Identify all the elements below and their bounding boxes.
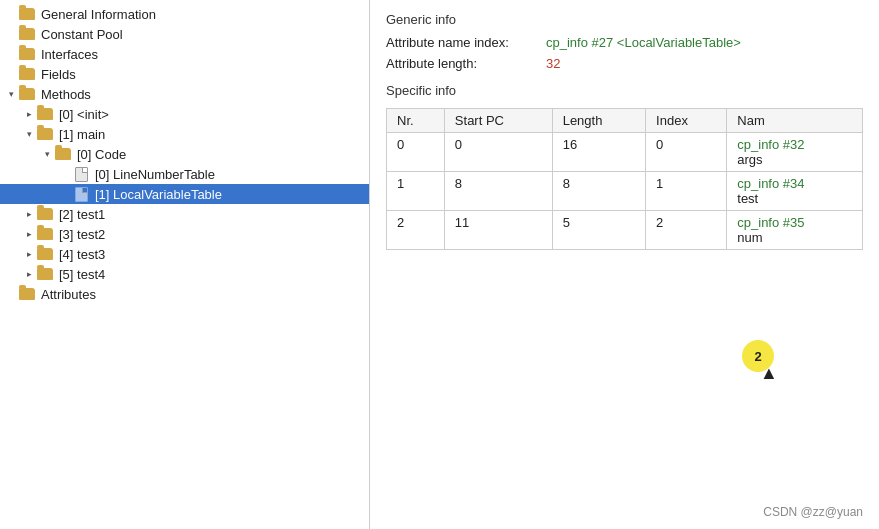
name-text-1: test bbox=[737, 191, 758, 206]
tree-label-methods: Methods bbox=[41, 87, 91, 102]
table-header-index: Index bbox=[646, 109, 727, 133]
folder-icon-test4 bbox=[37, 266, 53, 282]
expand-arrow-init[interactable]: ▸ bbox=[22, 107, 36, 121]
tree-item-test4[interactable]: ▸[5] test4 bbox=[0, 264, 369, 284]
folder-icon-test2 bbox=[37, 226, 53, 242]
right-panel: Generic info Attribute name index: cp_in… bbox=[370, 0, 879, 529]
tree-label-fields: Fields bbox=[41, 67, 76, 82]
tree-label-localvariabletable: [1] LocalVariableTable bbox=[95, 187, 222, 202]
tree-label-test1: [2] test1 bbox=[59, 207, 105, 222]
folder-icon-constant-pool bbox=[19, 26, 35, 42]
tree-item-init[interactable]: ▸[0] <init> bbox=[0, 104, 369, 124]
expand-arrow-interfaces[interactable] bbox=[4, 47, 18, 61]
cell-index-1: 1 bbox=[646, 172, 727, 211]
tree-item-methods[interactable]: ▾Methods bbox=[0, 84, 369, 104]
tree-item-main[interactable]: ▾[1] main bbox=[0, 124, 369, 144]
name-link-1[interactable]: cp_info #34 bbox=[737, 176, 804, 191]
specific-info-table: Nr.Start PCLengthIndexNam 00160cp_info #… bbox=[386, 108, 863, 250]
tree-label-main: [1] main bbox=[59, 127, 105, 142]
expand-arrow-linenumbertable[interactable] bbox=[58, 167, 72, 181]
table-row-1: 1881cp_info #34test bbox=[387, 172, 863, 211]
expand-arrow-fields[interactable] bbox=[4, 67, 18, 81]
folder-icon-interfaces bbox=[19, 46, 35, 62]
attr-length-value: 32 bbox=[546, 56, 560, 71]
cell-length-0: 16 bbox=[552, 133, 645, 172]
tree-label-code: [0] Code bbox=[77, 147, 126, 162]
tree-label-test4: [5] test4 bbox=[59, 267, 105, 282]
cell-startPC-0: 0 bbox=[444, 133, 552, 172]
expand-arrow-general-info[interactable] bbox=[4, 7, 18, 21]
name-link-2[interactable]: cp_info #35 bbox=[737, 215, 804, 230]
tree-item-test2[interactable]: ▸[3] test2 bbox=[0, 224, 369, 244]
tree-label-constant-pool: Constant Pool bbox=[41, 27, 123, 42]
cell-name-2: cp_info #35num bbox=[727, 211, 863, 250]
table-header-length: Length bbox=[552, 109, 645, 133]
table-header-nam: Nam bbox=[727, 109, 863, 133]
tree-item-attributes[interactable]: Attributes bbox=[0, 284, 369, 304]
attr-length-label: Attribute length: bbox=[386, 56, 546, 71]
expand-arrow-main[interactable]: ▾ bbox=[22, 127, 36, 141]
table-row-0: 00160cp_info #32args bbox=[387, 133, 863, 172]
tree-item-test1[interactable]: ▸[2] test1 bbox=[0, 204, 369, 224]
cell-startPC-2: 11 bbox=[444, 211, 552, 250]
tree-item-general-info[interactable]: General Information bbox=[0, 4, 369, 24]
cursor-arrow: ▲ bbox=[760, 363, 778, 384]
expand-arrow-methods[interactable]: ▾ bbox=[4, 87, 18, 101]
attr-name-row: Attribute name index: cp_info #27 <Local… bbox=[386, 35, 863, 50]
tree-label-general-info: General Information bbox=[41, 7, 156, 22]
expand-arrow-constant-pool[interactable] bbox=[4, 27, 18, 41]
cell-nr-2: 2 bbox=[387, 211, 445, 250]
folder-icon-main bbox=[37, 126, 53, 142]
tree-label-test3: [4] test3 bbox=[59, 247, 105, 262]
tree-item-linenumbertable[interactable]: [0] LineNumberTable bbox=[0, 164, 369, 184]
expand-arrow-test1[interactable]: ▸ bbox=[22, 207, 36, 221]
tree-item-fields[interactable]: Fields bbox=[0, 64, 369, 84]
folder-icon-test1 bbox=[37, 206, 53, 222]
name-text-2: num bbox=[737, 230, 762, 245]
cursor-label: 2 bbox=[754, 349, 761, 364]
table-header-nr.: Nr. bbox=[387, 109, 445, 133]
tree-item-constant-pool[interactable]: Constant Pool bbox=[0, 24, 369, 44]
name-link-0[interactable]: cp_info #32 bbox=[737, 137, 804, 152]
expand-arrow-test3[interactable]: ▸ bbox=[22, 247, 36, 261]
tree-item-code[interactable]: ▾[0] Code bbox=[0, 144, 369, 164]
tree-item-interfaces[interactable]: Interfaces bbox=[0, 44, 369, 64]
folder-icon-test3 bbox=[37, 246, 53, 262]
tree-item-localvariabletable[interactable]: [1] LocalVariableTable bbox=[0, 184, 369, 204]
tree-label-linenumbertable: [0] LineNumberTable bbox=[95, 167, 215, 182]
cell-nr-1: 1 bbox=[387, 172, 445, 211]
cell-startPC-1: 8 bbox=[444, 172, 552, 211]
expand-arrow-code[interactable]: ▾ bbox=[40, 147, 54, 161]
expand-arrow-attributes[interactable] bbox=[4, 287, 18, 301]
folder-icon-methods bbox=[19, 86, 35, 102]
cell-name-0: cp_info #32args bbox=[727, 133, 863, 172]
cell-length-1: 8 bbox=[552, 172, 645, 211]
expand-arrow-localvariabletable[interactable] bbox=[58, 187, 72, 201]
expand-arrow-test4[interactable]: ▸ bbox=[22, 267, 36, 281]
attr-length-row: Attribute length: 32 bbox=[386, 56, 863, 71]
cell-nr-0: 0 bbox=[387, 133, 445, 172]
table-row-2: 21152cp_info #35num bbox=[387, 211, 863, 250]
name-text-0: args bbox=[737, 152, 762, 167]
tree-label-interfaces: Interfaces bbox=[41, 47, 98, 62]
left-panel: General InformationConstant PoolInterfac… bbox=[0, 0, 370, 529]
generic-info-title: Generic info bbox=[386, 12, 863, 27]
folder-icon-init bbox=[37, 106, 53, 122]
tree-item-test3[interactable]: ▸[4] test3 bbox=[0, 244, 369, 264]
tree-label-init: [0] <init> bbox=[59, 107, 109, 122]
cell-name-1: cp_info #34test bbox=[727, 172, 863, 211]
specific-info-title: Specific info bbox=[386, 83, 863, 98]
tree-label-attributes: Attributes bbox=[41, 287, 96, 302]
folder-icon-fields bbox=[19, 66, 35, 82]
attr-name-value: cp_info #27 <LocalVariableTable> bbox=[546, 35, 741, 50]
cell-index-2: 2 bbox=[646, 211, 727, 250]
file-icon-linenumbertable bbox=[73, 166, 89, 182]
folder-icon-code bbox=[55, 146, 71, 162]
expand-arrow-test2[interactable]: ▸ bbox=[22, 227, 36, 241]
folder-icon-attributes bbox=[19, 286, 35, 302]
file-icon-localvariabletable bbox=[73, 186, 89, 202]
folder-icon-general-info bbox=[19, 6, 35, 22]
attr-name-label: Attribute name index: bbox=[386, 35, 546, 50]
table-header-start-pc: Start PC bbox=[444, 109, 552, 133]
watermark: CSDN @zz@yuan bbox=[763, 505, 863, 519]
